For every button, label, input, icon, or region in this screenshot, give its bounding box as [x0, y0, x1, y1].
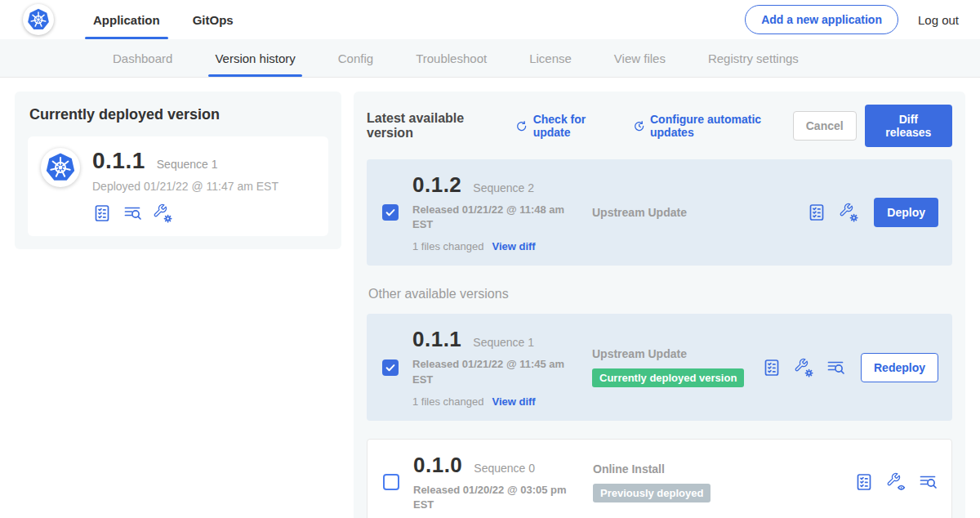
sequence-label: Sequence 0: [474, 462, 535, 475]
version-info: 0.1.0Sequence 0Released 01/20/22 @ 03:05…: [413, 453, 586, 512]
version-row: 0.1.2Sequence 2Released 01/21/22 @ 11:48…: [367, 159, 952, 266]
sequence-label: Sequence 1: [473, 336, 534, 349]
preflight-checks-icon[interactable]: [854, 472, 874, 492]
version-actions: Deploy: [807, 198, 941, 227]
deploy-button[interactable]: Deploy: [874, 198, 938, 227]
app-sub-nav: DashboardVersion historyConfigTroublesho…: [0, 39, 980, 78]
files-changed-label: 1 files changed: [412, 395, 483, 408]
sequence-label: Sequence 2: [473, 181, 534, 194]
other-versions-list: 0.1.1Sequence 1Released 01/21/22 @ 11:45…: [367, 314, 952, 518]
cancel-button[interactable]: Cancel: [793, 111, 857, 141]
version-checkbox[interactable]: [382, 359, 399, 376]
preflight-checks-icon[interactable]: [762, 358, 782, 377]
files-changed-label: 1 files changed: [412, 240, 483, 252]
top-nav: ApplicationGitOps Add a new application …: [0, 0, 980, 39]
redeploy-button[interactable]: Redeploy: [861, 353, 938, 382]
deployed-version-info: 0.1.1 Sequence 1 Deployed 01/21/22 @ 11:…: [92, 148, 278, 223]
sub-nav-tab-config[interactable]: Config: [317, 39, 394, 77]
diff-releases-button[interactable]: Diff releases: [865, 105, 952, 147]
top-nav-tabs: ApplicationGitOps: [77, 0, 250, 39]
version-actions: Redeploy: [762, 353, 941, 382]
deployed-timestamp: Deployed 01/21/22 @ 11:47 am EST: [92, 180, 278, 193]
version-line: 0.1.1Sequence 1: [412, 327, 586, 352]
add-application-button[interactable]: Add a new application: [745, 5, 898, 34]
scheduled-update-icon: [633, 119, 645, 133]
other-versions-title: Other available versions: [368, 287, 951, 301]
deployed-version-label: 0.1.1: [92, 148, 145, 174]
version-label: 0.1.2: [412, 172, 461, 198]
released-timestamp: Released 01/21/22 @ 11:45 am EST: [412, 357, 576, 386]
version-label: 0.1.0: [413, 453, 462, 478]
view-diff-link[interactable]: View diff: [492, 240, 535, 252]
version-checkbox[interactable]: [382, 204, 399, 221]
version-row: 0.1.0Sequence 0Released 01/20/22 @ 03:05…: [367, 439, 952, 518]
version-source: Upstream UpdateCurrently deployed versio…: [586, 347, 762, 387]
version-row: 0.1.1Sequence 1Released 01/21/22 @ 11:45…: [367, 314, 952, 420]
source-label: Upstream Update: [592, 347, 762, 360]
edit-config-icon[interactable]: [839, 203, 858, 222]
view-diff-link[interactable]: View diff: [492, 395, 535, 408]
version-checkbox[interactable]: [383, 474, 399, 490]
view-logs-icon[interactable]: [826, 358, 845, 377]
view-config-icon[interactable]: [886, 472, 906, 492]
app-icon: [41, 148, 80, 187]
deployed-panel-title: Currently deployed version: [29, 106, 328, 123]
source-label: Upstream Update: [592, 206, 807, 219]
refresh-icon: [515, 119, 528, 133]
deployed-version-card: 0.1.1 Sequence 1 Deployed 01/21/22 @ 11:…: [28, 136, 328, 236]
released-timestamp: Released 01/21/22 @ 11:48 am EST: [412, 203, 576, 232]
status-badge: Previously deployed: [593, 484, 710, 502]
version-info: 0.1.2Sequence 2Released 01/21/22 @ 11:48…: [412, 172, 586, 252]
edit-config-icon[interactable]: [153, 203, 172, 223]
logout-button[interactable]: Log out: [918, 13, 959, 27]
deployed-version-actions: [92, 203, 278, 223]
view-logs-icon[interactable]: [918, 472, 938, 492]
top-nav-right: Add a new application Log out: [745, 5, 959, 34]
files-changed: 1 files changedView diff: [412, 240, 586, 252]
sub-nav-tab-view-files[interactable]: View files: [593, 39, 687, 77]
top-nav-tab-gitops[interactable]: GitOps: [176, 0, 250, 39]
sub-nav-tab-version-history[interactable]: Version history: [194, 39, 316, 77]
preflight-checks-icon[interactable]: [92, 203, 112, 223]
sub-nav-tab-dashboard[interactable]: Dashboard: [91, 39, 194, 77]
sub-nav-tab-troubleshoot[interactable]: Troubleshoot: [394, 39, 508, 77]
latest-version-header: Latest available version Check for updat…: [367, 105, 952, 147]
version-line: 0.1.2Sequence 2: [412, 172, 586, 198]
latest-version-list: 0.1.2Sequence 2Released 01/21/22 @ 11:48…: [367, 159, 952, 266]
deployed-sequence-label: Sequence 1: [157, 158, 218, 171]
configure-automatic-updates-link[interactable]: Configure automatic updates: [633, 113, 793, 139]
latest-version-title: Latest available version: [367, 111, 500, 141]
version-line: 0.1.0Sequence 0: [413, 453, 586, 478]
source-label: Online Install: [593, 462, 854, 476]
version-history-panel: Latest available version Check for updat…: [354, 92, 965, 518]
version-source: Upstream Update: [586, 206, 807, 219]
version-actions: [854, 472, 940, 492]
view-logs-icon[interactable]: [122, 203, 142, 223]
kots-admin-console: { "header": { "nav_tabs": [ { "label": "…: [0, 0, 980, 518]
released-timestamp: Released 01/20/22 @ 03:05 pm EST: [413, 483, 577, 512]
status-badge: Currently deployed version: [592, 368, 744, 387]
version-source: Online InstallPreviously deployed: [586, 462, 854, 502]
currently-deployed-panel: Currently deployed version 0.1.1 Sequenc…: [15, 92, 341, 249]
main-content: Currently deployed version 0.1.1 Sequenc…: [0, 78, 980, 518]
check-for-update-link[interactable]: Check for update: [515, 113, 617, 139]
sub-nav-tab-license[interactable]: License: [508, 39, 593, 77]
version-info: 0.1.1Sequence 1Released 01/21/22 @ 11:45…: [412, 327, 586, 407]
kubernetes-logo: [23, 4, 54, 35]
sub-nav-tab-registry-settings[interactable]: Registry settings: [687, 39, 820, 77]
top-nav-tab-application[interactable]: Application: [77, 0, 176, 39]
edit-config-icon[interactable]: [794, 358, 813, 377]
preflight-checks-icon[interactable]: [807, 203, 826, 222]
version-label: 0.1.1: [412, 327, 461, 352]
files-changed: 1 files changedView diff: [412, 395, 586, 408]
